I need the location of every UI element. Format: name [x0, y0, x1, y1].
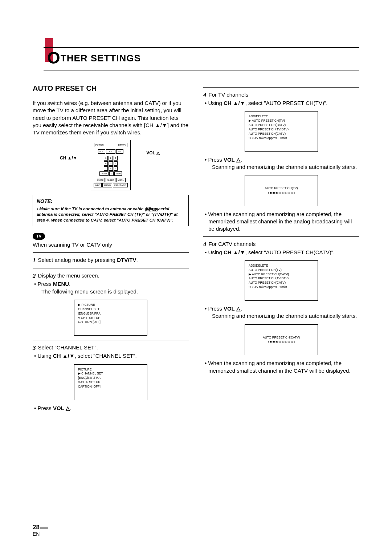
osd-menu-1: ▶ PICTURE CHANNEL SET [ENG]/ESP/FRA V-CH…	[74, 300, 147, 336]
bullet-sub: The following menu screen is displayed.	[41, 288, 189, 295]
osd-menu-3: ADD/DELETE ▶ AUTO PRESET CH(TV) AUTO PRE…	[245, 111, 318, 151]
note-box: NOTE: • Make sure if the TV is connected…	[33, 195, 189, 226]
divider	[33, 340, 189, 340]
intro-paragraph: If you switch wires (e.g. between antenn…	[33, 100, 189, 136]
step-1: 1 Select analog mode by pressing DTV/TV.	[33, 256, 189, 265]
divider	[33, 252, 189, 253]
bullet-sub: Scanning and memorizing the channels aut…	[212, 312, 359, 320]
bullet-sub: Scanning and memorizing the channels aut…	[212, 163, 359, 171]
title-rest: THER SETTINGS	[61, 53, 141, 64]
step-number: 1	[33, 256, 36, 265]
bullet: • Press MENU.	[38, 280, 189, 288]
tv-tag: TV	[33, 233, 45, 240]
note-text: • Make sure if the TV is connected to an…	[37, 206, 185, 223]
osd-menu-4: ADD/DELETE AUTO PRESET CH(TV) ▶ AUTO PRE…	[245, 260, 318, 301]
subsection-title: AUTO PRESET CH	[33, 84, 189, 95]
section-title: OTHER SETTINGS	[47, 48, 141, 70]
callout-ch: CH ▲/▼	[60, 155, 77, 161]
page-number: 28	[33, 524, 40, 531]
manual-page: OTHER SETTINGS AUTO PRESET CH If you swi…	[0, 0, 392, 555]
bullet: • Using CH ▲/▼, select "AUTO PRESET CH(T…	[208, 100, 359, 107]
page-lang: EN	[33, 531, 40, 537]
step-number: 4	[203, 240, 207, 249]
step-number: 3	[33, 344, 36, 352]
step-3: 3 Select "CHANNEL SET".	[33, 344, 189, 352]
bullet: • Press VOL △.	[208, 156, 359, 163]
divider	[33, 268, 189, 268]
dropcap: O	[47, 48, 61, 67]
step-text: Display the menu screen.	[38, 272, 99, 280]
bullet: • Press VOL △.	[38, 405, 189, 412]
step-4-tv: 4 For TV channels	[203, 91, 359, 100]
section-header-bar: OTHER SETTINGS	[44, 47, 359, 70]
divider	[203, 236, 359, 237]
callout-menu: MENU	[145, 207, 158, 213]
bullet: • Using CH ▲/▼, select "CHANNEL SET".	[38, 352, 189, 360]
two-column-body: AUTO PRESET CH If you switch wires (e.g.…	[33, 84, 359, 412]
left-column: AUTO PRESET CH If you switch wires (e.g.…	[33, 84, 189, 412]
divider	[203, 87, 359, 88]
remote-diagram: VOL △ CH ▲/▼ MENU POWERDTV/TV VOL CH VOL…	[82, 140, 140, 190]
step-4-catv: 4 For CATV channels	[203, 240, 359, 249]
osd-menu-2: PICTURE ▶ CHANNEL SET [ENG]/ESP/FRA V-CH…	[74, 364, 147, 400]
bullet: • When the scanning and memorizing are c…	[208, 360, 359, 374]
bullet: • Using CH ▲/▼, select "AUTO PRESET CH(C…	[208, 249, 359, 256]
step-number: 4	[203, 91, 207, 100]
step-2: 2 Display the menu screen.	[33, 272, 189, 280]
progress-bar: ▮▮▮▮▮▮▯▯▯▯▯▯▯▯▯▯▯▯	[249, 340, 314, 344]
osd-scan-tv: AUTO PRESET CH(TV) ▮▮▮▮▮▮▯▯▯▯▯▯▯▯▯▯▯▯	[245, 175, 318, 206]
step-text: Select "CHANNEL SET".	[38, 344, 98, 352]
step-text: Select analog mode by pressing DTV/TV.	[38, 256, 138, 265]
osd-scan-catv: AUTO PRESET CH(CATV) ▮▮▮▮▮▮▯▯▯▯▯▯▯▯▯▯▯▯	[245, 324, 318, 356]
bullet: • Press VOL △.	[208, 305, 359, 312]
step-text: For TV channels	[209, 91, 249, 100]
bullet: • When the scanning and memorizing are c…	[208, 211, 359, 233]
step-number: 2	[33, 272, 36, 280]
note-title: NOTE:	[37, 198, 185, 205]
lead-text: When scanning TV or CATV only	[33, 241, 189, 248]
footer-accent	[40, 527, 48, 529]
page-footer: 28 EN	[33, 524, 48, 537]
step-text: For CATV channels	[209, 240, 256, 249]
right-column: 4 For TV channels • Using CH ▲/▼, select…	[203, 84, 359, 412]
remote-frame: POWERDTV/TV VOL CH VOL 123 456 789 -./EN…	[91, 140, 131, 190]
progress-bar: ▮▮▮▮▮▮▯▯▯▯▯▯▯▯▯▯▯▯	[249, 191, 314, 195]
callout-vol: VOL △	[146, 150, 160, 156]
